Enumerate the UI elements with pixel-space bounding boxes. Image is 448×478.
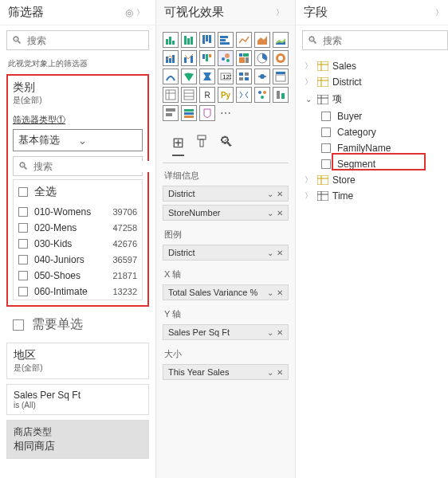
select-all-row[interactable]: 全选	[14, 180, 142, 204]
remove-icon[interactable]: ✕	[277, 328, 283, 337]
viz-type-icon[interactable]	[199, 32, 215, 48]
table-row[interactable]: 〉District	[302, 74, 448, 90]
table-icon	[316, 174, 329, 186]
table-icon	[316, 61, 329, 72]
table-row[interactable]: 〉Sales	[302, 58, 448, 74]
fields-search-input[interactable]	[323, 35, 442, 46]
field-chip[interactable]: District⌄✕	[163, 186, 289, 202]
field-chip[interactable]: Total Sales Variance %⌄✕	[163, 284, 289, 300]
svg-rect-19	[191, 56, 193, 63]
preview-icon[interactable]: ◎	[125, 7, 133, 18]
chevron-down-icon[interactable]: ⌄	[267, 249, 273, 257]
viz-type-icon[interactable]	[254, 69, 270, 84]
viz-type-icon[interactable]	[236, 69, 252, 84]
viz-type-icon[interactable]	[199, 105, 215, 121]
require-single-row[interactable]: 需要单选	[6, 311, 149, 338]
field-chip[interactable]: StoreNumber⌄✕	[163, 205, 289, 221]
value-row[interactable]: 040-Juniors36597	[14, 252, 142, 268]
value-row[interactable]: 030-Kids42676	[14, 236, 142, 252]
svg-rect-39	[245, 77, 249, 80]
remove-icon[interactable]: ✕	[277, 209, 283, 217]
viz-type-icon[interactable]	[236, 32, 252, 48]
field-row-category[interactable]: Category	[302, 124, 448, 140]
filter-type-value: 基本筛选	[18, 133, 75, 147]
viz-type-icon[interactable]	[163, 69, 179, 84]
viz-type-icon[interactable]	[218, 32, 234, 48]
chevron-down-icon[interactable]: ⌄	[267, 288, 273, 297]
viz-type-icon[interactable]	[254, 32, 270, 48]
collapse-icon[interactable]: 〉	[133, 7, 147, 18]
viz-type-icon[interactable]: R	[199, 87, 215, 103]
chevron-down-icon[interactable]: ⌄	[267, 190, 273, 198]
svg-rect-16	[169, 58, 171, 63]
collapse-icon[interactable]: 〉	[432, 7, 446, 18]
viz-type-icon[interactable]	[181, 105, 197, 121]
viz-type-icon[interactable]	[163, 32, 179, 48]
viz-type-icon[interactable]	[181, 69, 197, 84]
viz-type-icon[interactable]	[254, 50, 270, 66]
fields-tab[interactable]: ⊞	[172, 134, 184, 156]
field-chip[interactable]: District⌄✕	[163, 245, 289, 261]
viz-type-icon[interactable]: ⋯	[218, 105, 234, 121]
chevron-down-icon[interactable]: ⌄	[267, 209, 273, 217]
field-row[interactable]: Segment	[302, 156, 448, 172]
viz-type-icon[interactable]	[199, 50, 215, 66]
collapse-icon[interactable]: 〉	[273, 7, 287, 18]
sales-filter-card[interactable]: Sales Per Sq Ft is (All)	[6, 384, 149, 415]
viz-type-icon[interactable]	[273, 32, 289, 48]
remove-icon[interactable]: ✕	[277, 368, 283, 377]
format-tab[interactable]	[195, 134, 208, 156]
category-search[interactable]: 🔍︎	[13, 156, 143, 176]
value-row[interactable]: 050-Shoes21871	[14, 268, 142, 284]
checkbox-icon	[18, 239, 28, 249]
viz-type-icon[interactable]	[236, 87, 252, 103]
viz-type-icon[interactable]	[199, 69, 215, 84]
viz-type-icon[interactable]	[218, 50, 234, 66]
checkbox-icon	[321, 112, 331, 121]
remove-icon[interactable]: ✕	[277, 190, 283, 198]
filters-search-input[interactable]	[27, 35, 147, 46]
table-row[interactable]: 〉Store	[302, 172, 448, 188]
value-row[interactable]: 010-Womens39706	[14, 204, 142, 220]
filter-type-label: 筛选器类型①	[13, 114, 143, 126]
analytics-tab[interactable]: 🔍︎	[219, 134, 234, 156]
svg-rect-7	[206, 35, 208, 41]
viz-type-icon[interactable]: 123	[218, 69, 234, 84]
table-row[interactable]: ⌄项	[302, 90, 448, 108]
field-chip[interactable]: This Year Sales⌄✕	[163, 364, 289, 380]
chevron-down-icon[interactable]: ⌄	[267, 328, 273, 337]
checkbox-icon	[321, 143, 331, 153]
viz-type-icon[interactable]	[181, 87, 197, 103]
filters-pane: 筛选器 ◎ 〉 🔍︎ 此视觉对象上的筛选器 类别 是(全部) 筛选器类型① 基本…	[0, 0, 156, 478]
storetype-filter-card[interactable]: 商店类型 相同商店	[6, 420, 149, 459]
viz-type-icon[interactable]: Py	[218, 87, 234, 103]
field-row[interactable]: FamilyName	[302, 140, 448, 156]
category-search-input[interactable]	[33, 161, 153, 172]
viz-type-icon[interactable]	[273, 69, 289, 84]
field-chip[interactable]: Sales Per Sq Ft⌄✕	[163, 324, 289, 340]
viz-type-icon[interactable]	[163, 50, 179, 66]
fields-search[interactable]: 🔍︎	[302, 30, 448, 50]
viz-type-icon[interactable]	[181, 32, 197, 48]
svg-marker-60	[204, 109, 210, 118]
remove-icon[interactable]: ✕	[277, 249, 283, 257]
value-row[interactable]: 060-Intimate13232	[14, 284, 142, 300]
viz-type-icon[interactable]	[236, 50, 252, 66]
field-row[interactable]: Buyer	[302, 108, 448, 124]
filter-type-dropdown[interactable]: 基本筛选 ⌄	[13, 129, 143, 151]
svg-rect-43	[276, 75, 285, 81]
svg-rect-21	[206, 54, 208, 61]
viz-type-icon[interactable]	[273, 50, 289, 66]
remove-icon[interactable]: ✕	[277, 288, 283, 297]
chevron-down-icon[interactable]: ⌄	[267, 368, 273, 377]
search-icon: 🔍︎	[12, 34, 22, 46]
filters-search[interactable]: 🔍︎	[6, 30, 149, 50]
table-row[interactable]: 〉Time	[302, 188, 448, 204]
viz-type-icon[interactable]	[273, 87, 289, 103]
viz-type-icon[interactable]	[163, 87, 179, 103]
district-filter-card[interactable]: 地区 是(全部)	[6, 343, 149, 379]
viz-type-icon[interactable]	[163, 105, 179, 121]
viz-type-icon[interactable]	[181, 50, 197, 66]
viz-type-icon[interactable]	[254, 87, 270, 103]
value-row[interactable]: 020-Mens47258	[14, 220, 142, 236]
